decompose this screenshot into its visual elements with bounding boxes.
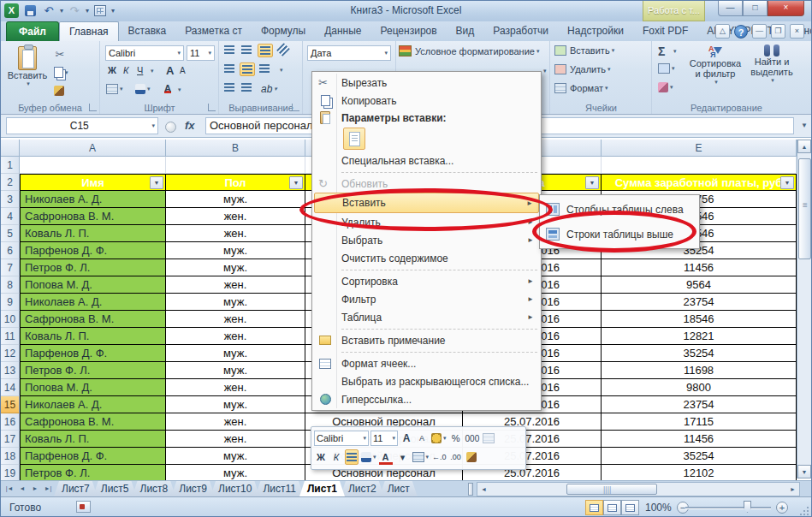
row-header-5[interactable]: 5 <box>1 225 20 242</box>
mini-font-color-button[interactable]: А <box>379 449 393 465</box>
cell-A19[interactable]: Петров Ф. Л. <box>20 465 166 480</box>
mini-grow-font-button[interactable]: А <box>400 431 413 446</box>
mini-increase-decimal-button[interactable]: ←.0 <box>431 449 447 465</box>
cell-B8[interactable]: жен. <box>166 276 305 294</box>
page-layout-view-button[interactable] <box>603 500 621 515</box>
save-icon[interactable] <box>22 3 38 18</box>
insert-cells-button[interactable]: Вставить▾ <box>554 45 614 56</box>
minimize-button[interactable]: — <box>718 1 743 16</box>
paste-dropdown-icon[interactable]: ▾ <box>27 80 30 87</box>
menu-item-фильтр[interactable]: Фильтр► <box>314 290 539 308</box>
ribbon-tab-Разметка ст[interactable]: Разметка ст <box>175 21 252 41</box>
prev-sheet-icon[interactable]: ◄ <box>16 483 28 495</box>
cell-E15[interactable]: 23754 <box>602 396 797 413</box>
scroll-right-icon[interactable]: ► <box>786 483 799 496</box>
ribbon-tab-Вид[interactable]: Вид <box>447 21 484 41</box>
menu-item-вставить-примечание[interactable]: Вставить примечание <box>314 331 539 349</box>
font-size-combo[interactable]: 11▾ <box>187 45 215 61</box>
grow-font-button[interactable]: А <box>166 64 174 77</box>
cell-B19[interactable]: муж. <box>166 465 305 480</box>
cell-B17[interactable]: жен. <box>166 431 305 448</box>
align-center-button[interactable] <box>240 62 255 76</box>
clipboard-dialog-launcher-icon[interactable] <box>89 104 97 111</box>
cell-A15[interactable]: Николаев А. Д. <box>20 396 166 413</box>
row-header-8[interactable]: 8 <box>1 276 20 294</box>
cell-B4[interactable]: жен. <box>166 208 305 225</box>
sheet-tab-Лист8[interactable]: Лист8 <box>133 481 176 496</box>
wrap-text-button[interactable]: ab▾ <box>261 83 277 95</box>
ribbon-tab-Разработчи[interactable]: Разработчи <box>483 21 558 41</box>
sheet-tab-Лист[interactable]: Лист <box>380 481 418 496</box>
menu-item-таблица[interactable]: Таблица► <box>314 308 539 326</box>
sheet-tab-Лист11[interactable]: Лист11 <box>255 481 304 496</box>
row-header-16[interactable]: 16 <box>1 413 20 431</box>
horizontal-scroll-thumb[interactable] <box>566 484 657 495</box>
last-sheet-icon[interactable]: ►| <box>42 483 54 495</box>
sheet-tab-Лист9[interactable]: Лист9 <box>171 481 215 496</box>
cell-B13[interactable]: муж. <box>166 362 305 379</box>
cell-A7[interactable]: Петров Ф. Л. <box>20 259 166 276</box>
decrease-indent-button[interactable] <box>224 83 234 92</box>
cell-A6[interactable]: Парфенов Д. Ф. <box>20 242 166 259</box>
cell-B6[interactable]: муж. <box>166 242 305 259</box>
table-header-A2[interactable]: Имя▼ <box>20 174 166 191</box>
mini-percent-button[interactable]: % <box>449 431 463 446</box>
name-box[interactable]: C15▾ <box>6 117 158 134</box>
mini-borders-button[interactable]: ▾ <box>412 449 430 465</box>
table-mode-icon[interactable] <box>92 3 108 18</box>
paste-option-button[interactable] <box>343 128 365 150</box>
cell-B15[interactable]: муж. <box>166 396 305 413</box>
cell-E18[interactable]: 35254 <box>602 448 797 465</box>
mini-bold-button[interactable]: Ж <box>314 449 328 465</box>
row-header-17[interactable]: 17 <box>1 431 20 448</box>
menu-item-вырезать[interactable]: Вырезать <box>314 74 539 92</box>
cell-A17[interactable]: Коваль Л. П. <box>20 431 166 448</box>
col-header-A[interactable]: A <box>20 140 166 157</box>
paste-button[interactable]: Вставить ▾ <box>8 46 47 87</box>
cell-B1[interactable] <box>166 157 305 174</box>
cell-A12[interactable]: Парфенов Д. Ф. <box>20 345 166 362</box>
page-break-view-button[interactable] <box>621 500 639 515</box>
format-as-table-dropdown-icon[interactable]: ▾ <box>543 68 547 74</box>
ribbon-tab-Рецензиров[interactable]: Рецензиров <box>370 21 446 41</box>
borders-button[interactable]: ▾ <box>106 84 123 94</box>
row-header-2[interactable]: 2 <box>1 174 20 191</box>
filter-dropdown-icon[interactable]: ▼ <box>289 176 303 189</box>
align-left-button[interactable] <box>224 64 234 73</box>
merge-center-icon[interactable]: ▾ <box>280 67 283 74</box>
find-select-button[interactable]: Найти и выделить▾ <box>747 45 797 84</box>
next-sheet-icon[interactable]: ► <box>29 483 41 495</box>
row-header-14[interactable]: 14 <box>1 379 20 396</box>
menu-item-специальная-вставка-[interactable]: Специальная вставка... <box>314 152 539 169</box>
formula-options-icon[interactable] <box>165 122 176 133</box>
cell-E12[interactable]: 35254 <box>602 345 797 362</box>
cell-A11[interactable]: Коваль Л. П. <box>20 328 166 345</box>
ribbon-tab-Файл[interactable]: Файл <box>6 21 59 41</box>
cell-E7[interactable]: 11456 <box>602 259 797 276</box>
zoom-slider-track[interactable] <box>685 507 771 508</box>
cell-B14[interactable]: жен. <box>166 379 305 396</box>
cut-button[interactable] <box>52 48 68 62</box>
sheet-tab-Лист5[interactable]: Лист5 <box>93 481 137 496</box>
col-header-B[interactable]: B <box>166 140 305 157</box>
col-header-E[interactable]: E <box>602 140 797 157</box>
horizontal-scrollbar[interactable]: ◄ ► <box>477 482 800 496</box>
cell-E1[interactable] <box>602 157 797 174</box>
ribbon-tab-Данные[interactable]: Данные <box>315 21 370 41</box>
scroll-up-icon[interactable]: ▲ <box>797 140 811 153</box>
ribbon-tab-Надстройки[interactable]: Надстройки <box>558 21 633 41</box>
cell-B10[interactable]: жен. <box>166 311 305 328</box>
cell-E10[interactable]: 18546 <box>602 311 797 328</box>
mini-font-size-combo[interactable]: 11▾ <box>370 431 398 446</box>
font-name-combo[interactable]: Calibri▾ <box>105 45 184 61</box>
autosum-dropdown-icon[interactable]: ▾ <box>673 48 677 55</box>
collapse-ribbon-icon[interactable]: △ <box>715 24 730 39</box>
table-header-B2[interactable]: Пол▼ <box>166 174 305 191</box>
cell-A9[interactable]: Николаев А. Д. <box>20 294 166 311</box>
fx-icon[interactable]: fx <box>185 119 195 132</box>
delete-cells-button[interactable]: Удалить▾ <box>554 64 611 74</box>
workbook-close-icon[interactable]: × <box>790 24 804 39</box>
resize-grip[interactable] <box>798 505 809 516</box>
zoom-level-label[interactable]: 100% <box>645 502 672 514</box>
cell-B3[interactable]: муж. <box>166 191 305 208</box>
